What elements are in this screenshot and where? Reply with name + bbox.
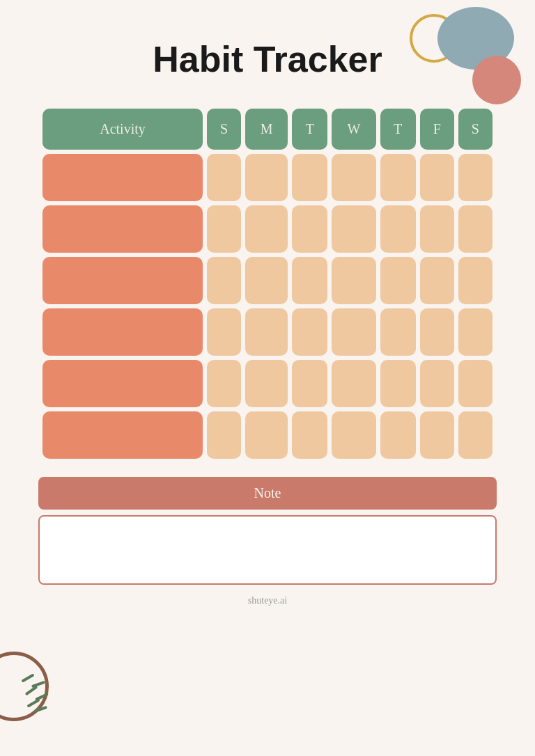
day-cell-4-6[interactable]	[458, 360, 493, 407]
day-cell-1-2[interactable]	[292, 205, 327, 253]
day-cell-5-6[interactable]	[458, 411, 493, 459]
day-cell-0-6[interactable]	[458, 154, 493, 201]
day-cell-1-0[interactable]	[207, 205, 241, 253]
day-cell-5-5[interactable]	[420, 411, 454, 459]
day-cell-0-1[interactable]	[245, 154, 288, 201]
day-cell-3-3[interactable]	[332, 308, 375, 356]
day-cell-4-5[interactable]	[420, 360, 454, 407]
day-cell-3-4[interactable]	[380, 308, 416, 356]
day-cell-4-4[interactable]	[380, 360, 416, 407]
day-cell-4-2[interactable]	[292, 360, 327, 407]
day-cell-5-0[interactable]	[207, 411, 241, 459]
day-cell-5-4[interactable]	[380, 411, 416, 459]
day-header-2: T	[292, 109, 327, 150]
day-header-6: S	[458, 109, 493, 150]
main-content: Activity S M T W T F S Note shuteye.ai	[0, 104, 535, 606]
note-section: Note	[38, 477, 497, 585]
day-cell-1-1[interactable]	[245, 205, 288, 253]
table-row	[42, 257, 493, 304]
day-cell-3-6[interactable]	[458, 308, 493, 356]
day-header-5: F	[420, 109, 454, 150]
green-dashes-decoration	[21, 673, 49, 714]
pink-circle-decoration	[472, 56, 521, 104]
day-cell-0-3[interactable]	[332, 154, 375, 201]
day-cell-5-1[interactable]	[245, 411, 288, 459]
day-header-0: S	[207, 109, 241, 150]
day-cell-2-5[interactable]	[420, 257, 454, 304]
header-row: Activity S M T W T F S	[42, 109, 493, 150]
table-row	[42, 411, 493, 459]
day-cell-2-1[interactable]	[245, 257, 288, 304]
activity-cell-1[interactable]	[42, 205, 203, 253]
day-cell-2-6[interactable]	[458, 257, 493, 304]
day-cell-3-5[interactable]	[420, 308, 454, 356]
day-cell-1-6[interactable]	[458, 205, 493, 253]
note-header: Note	[38, 477, 497, 510]
day-cell-4-0[interactable]	[207, 360, 241, 407]
day-cell-1-4[interactable]	[380, 205, 416, 253]
day-cell-2-2[interactable]	[292, 257, 327, 304]
table-row	[42, 205, 493, 253]
day-cell-3-2[interactable]	[292, 308, 327, 356]
day-cell-0-4[interactable]	[380, 154, 416, 201]
activity-cell-3[interactable]	[42, 308, 203, 356]
day-cell-2-3[interactable]	[332, 257, 375, 304]
day-cell-4-3[interactable]	[332, 360, 375, 407]
table-row	[42, 154, 493, 201]
note-body[interactable]	[38, 515, 497, 585]
day-cell-5-3[interactable]	[332, 411, 375, 459]
table-row	[42, 360, 493, 407]
day-cell-0-2[interactable]	[292, 154, 327, 201]
day-cell-0-5[interactable]	[420, 154, 454, 201]
activity-header: Activity	[42, 109, 203, 150]
day-cell-2-4[interactable]	[380, 257, 416, 304]
day-cell-0-0[interactable]	[207, 154, 241, 201]
activity-cell-0[interactable]	[42, 154, 203, 201]
footer: shuteye.ai	[38, 595, 497, 606]
day-header-3: W	[332, 109, 375, 150]
day-cell-2-0[interactable]	[207, 257, 241, 304]
day-header-4: T	[380, 109, 416, 150]
day-cell-1-5[interactable]	[420, 205, 454, 253]
day-cell-3-0[interactable]	[207, 308, 241, 356]
table-row	[42, 308, 493, 356]
habit-tracker-grid: Activity S M T W T F S	[38, 104, 497, 463]
activity-cell-5[interactable]	[42, 411, 203, 459]
day-cell-1-3[interactable]	[332, 205, 375, 253]
day-cell-4-1[interactable]	[245, 360, 288, 407]
day-cell-3-1[interactable]	[245, 308, 288, 356]
brand-label: shuteye.ai	[248, 595, 287, 606]
activity-cell-2[interactable]	[42, 257, 203, 304]
day-header-1: M	[245, 109, 288, 150]
activity-cell-4[interactable]	[42, 360, 203, 407]
day-cell-5-2[interactable]	[292, 411, 327, 459]
